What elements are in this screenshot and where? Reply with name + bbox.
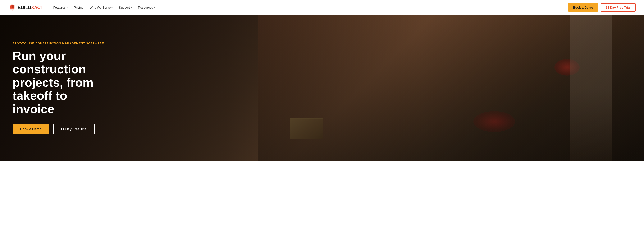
nav-item-pricing[interactable]: Pricing	[71, 4, 86, 11]
logo-text: BUILDXACT	[18, 5, 43, 10]
logo[interactable]: BUILDXACT	[8, 4, 43, 11]
book-demo-button[interactable]: Book a Demo	[568, 3, 598, 12]
hero-eyebrow: EASY-TO-USE CONSTRUCTION MANAGEMENT SOFT…	[12, 42, 130, 45]
nav-item-who-we-serve[interactable]: Who We Serve ▾	[87, 4, 115, 11]
nav-links: Features ▾ Pricing Who We Serve ▾ Suppor…	[51, 4, 158, 11]
navbar: BUILDXACT Features ▾ Pricing Who We Serv…	[0, 0, 644, 15]
nav-item-resources[interactable]: Resources ▾	[136, 4, 158, 11]
hero-content: EASY-TO-USE CONSTRUCTION MANAGEMENT SOFT…	[0, 29, 142, 147]
resources-chevron-icon: ▾	[154, 6, 155, 8]
navbar-left: BUILDXACT Features ▾ Pricing Who We Serv…	[8, 4, 158, 11]
hero-free-trial-button[interactable]: 14 Day Free Trial	[53, 124, 95, 135]
free-trial-button-nav[interactable]: 14 Day Free Trial	[601, 3, 636, 12]
hero-book-demo-button[interactable]: Book a Demo	[12, 124, 49, 135]
hero-section: EASY-TO-USE CONSTRUCTION MANAGEMENT SOFT…	[0, 15, 644, 161]
nav-link-support[interactable]: Support ▾	[116, 4, 134, 11]
buildxact-logo-icon	[8, 4, 16, 11]
nav-link-who-we-serve[interactable]: Who We Serve ▾	[87, 4, 115, 11]
support-chevron-icon: ▾	[131, 6, 132, 8]
nav-link-pricing[interactable]: Pricing	[71, 4, 86, 11]
nav-item-support[interactable]: Support ▾	[116, 4, 134, 11]
navbar-right: Book a Demo 14 Day Free Trial	[568, 3, 636, 12]
hero-cta-buttons: Book a Demo 14 Day Free Trial	[12, 124, 130, 135]
features-chevron-icon: ▾	[66, 6, 68, 8]
nav-link-features[interactable]: Features ▾	[51, 4, 70, 11]
hero-title: Run your construction projects, from tak…	[12, 49, 130, 116]
nav-item-features[interactable]: Features ▾	[51, 4, 70, 11]
nav-link-resources[interactable]: Resources ▾	[136, 4, 158, 11]
who-we-serve-chevron-icon: ▾	[112, 6, 112, 8]
